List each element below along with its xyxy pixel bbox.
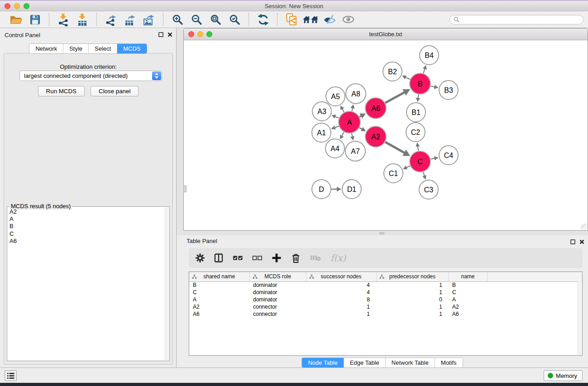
table-cell[interactable]: B [449, 281, 487, 289]
graph-edge-A-A1[interactable] [335, 126, 339, 128]
graph-edge-C-C2[interactable] [418, 146, 419, 151]
close-panel-button[interactable]: Close panel [91, 86, 139, 96]
table-row[interactable]: A2connector11A2 [189, 303, 582, 310]
graph-edge-B-B3[interactable] [430, 86, 435, 87]
column-header-predecessor-nodes[interactable]: predecessor nodes [376, 272, 449, 281]
open-file-button[interactable] [6, 12, 25, 27]
graph-edge-C-C3[interactable] [423, 172, 425, 176]
zoom-selected-button[interactable] [225, 12, 244, 27]
table-cell[interactable]: 4 [306, 289, 376, 296]
float-panel-icon[interactable] [158, 32, 163, 37]
zoom-out-button[interactable] [187, 12, 206, 27]
tab-node-table[interactable]: Node Table [302, 358, 344, 367]
column-header-shared-name[interactable]: shared name [189, 272, 249, 281]
graph-edge-A-A5[interactable] [342, 109, 344, 112]
table-row[interactable]: Cdominator41C [189, 289, 582, 296]
graph-edge-A2-C[interactable] [385, 142, 405, 153]
column-header-successor-nodes[interactable]: successor nodes [306, 272, 376, 281]
unselect-all-icon[interactable] [252, 253, 263, 263]
table-cell[interactable]: 1 [306, 303, 376, 310]
import-network-button[interactable] [54, 12, 73, 27]
table-cell[interactable]: 1 [376, 310, 449, 318]
mcds-result-item[interactable]: B [10, 223, 164, 230]
zoom-in-button[interactable] [168, 12, 187, 27]
table-cell[interactable]: B [189, 281, 249, 289]
graph-edge-C-C1[interactable] [406, 166, 410, 168]
memory-button[interactable]: Memory [544, 370, 583, 381]
table-cell[interactable]: A2 [449, 303, 487, 310]
export-image-button[interactable] [139, 12, 158, 27]
table-cell[interactable]: A [189, 296, 249, 303]
show-all-button[interactable] [339, 12, 358, 27]
table-cell[interactable]: A6 [189, 310, 249, 318]
graph-edge-A-A3[interactable] [335, 116, 339, 118]
select-all-icon[interactable] [233, 253, 243, 263]
column-header-name[interactable]: name [449, 272, 487, 281]
tab-select[interactable]: Select [88, 44, 117, 53]
search-field[interactable] [449, 15, 583, 24]
zoom-fit-button[interactable] [206, 12, 225, 27]
result-scrollbar[interactable] [165, 207, 169, 360]
table-cell[interactable]: dominator [249, 281, 306, 289]
table-cell[interactable]: 1 [376, 289, 449, 296]
tab-mcds[interactable]: MCDS [117, 44, 146, 53]
table-row[interactable]: A6connector11A6 [189, 310, 582, 318]
table-cell[interactable]: 0 [376, 296, 449, 303]
tab-edge-table[interactable]: Edge Table [344, 358, 385, 367]
delete-column-trash-icon[interactable] [291, 253, 301, 263]
graph-edge-B-B2[interactable] [405, 77, 410, 80]
task-history-button[interactable] [5, 370, 17, 381]
search-input[interactable] [462, 16, 579, 23]
graph-edge-A6-B[interactable] [385, 92, 405, 103]
graph-edge-A-A8[interactable] [352, 108, 353, 111]
table-cell[interactable]: dominator [249, 289, 306, 296]
graph-edge-B-B1[interactable] [418, 95, 418, 99]
table-cell[interactable]: 4 [306, 281, 376, 289]
import-table-button[interactable] [73, 12, 92, 27]
criterion-dropdown[interactable]: largest connected component (directed) [19, 71, 162, 81]
refresh-style-button[interactable] [253, 12, 272, 27]
graph-edge-B-B4[interactable] [423, 69, 425, 74]
run-mcds-button[interactable]: Run MCDS [38, 86, 85, 96]
table-cell[interactable]: connector [249, 303, 306, 310]
tab-network-table[interactable]: Network Table [385, 358, 435, 367]
hide-selected-button[interactable] [320, 12, 339, 27]
table-cell[interactable]: 1 [376, 281, 449, 289]
table-settings-gear-icon[interactable] [195, 253, 205, 263]
save-session-button[interactable] [25, 12, 44, 27]
graph-edge-C-C4[interactable] [430, 158, 435, 159]
float-table-panel-icon[interactable] [570, 239, 575, 244]
first-neighbors-button[interactable] [301, 12, 320, 27]
mcds-result-item[interactable]: A2 [10, 208, 164, 215]
new-network-from-selection-button[interactable] [282, 12, 301, 27]
table-cell[interactable]: dominator [249, 296, 306, 303]
table-scrollbar[interactable] [578, 281, 582, 355]
close-table-panel-icon[interactable] [579, 239, 584, 244]
graph-edge-A-A4[interactable] [342, 132, 344, 136]
graph-edge-A-A2[interactable] [359, 128, 362, 129]
export-table-button[interactable] [120, 12, 139, 27]
table-cell[interactable]: A2 [189, 303, 249, 310]
table-cell[interactable]: 1 [376, 303, 449, 310]
resize-grip-icon[interactable] [581, 224, 587, 230]
tab-network[interactable]: Network [29, 44, 63, 53]
mcds-result-item[interactable]: C [10, 230, 164, 238]
table-cell[interactable]: 8 [306, 296, 376, 303]
network-canvas[interactable]: AA1A2A3A4A5A6A7A8BB1B2B3B4CC1C2C3C4DD1 [184, 40, 588, 230]
table-cell[interactable]: C [449, 289, 487, 296]
show-columns-icon[interactable] [214, 253, 224, 263]
add-column-icon[interactable] [272, 253, 282, 263]
table-row[interactable]: Bdominator41B [189, 281, 582, 289]
table-cell[interactable]: 1 [306, 310, 376, 318]
tab-motifs[interactable]: Motifs [435, 358, 463, 367]
table-cell[interactable]: A6 [449, 310, 487, 318]
graph-edge-A-A7[interactable] [352, 133, 353, 137]
mcds-result-item[interactable]: A [10, 215, 164, 223]
splitter-handle[interactable] [379, 232, 384, 234]
mcds-result-item[interactable]: A6 [10, 238, 164, 245]
table-cell[interactable]: connector [249, 310, 306, 318]
canvas-side-handle[interactable] [183, 186, 186, 192]
table-cell[interactable]: A [449, 296, 487, 303]
close-panel-icon[interactable] [167, 32, 172, 37]
table-row[interactable]: Adominator80A [189, 296, 582, 303]
